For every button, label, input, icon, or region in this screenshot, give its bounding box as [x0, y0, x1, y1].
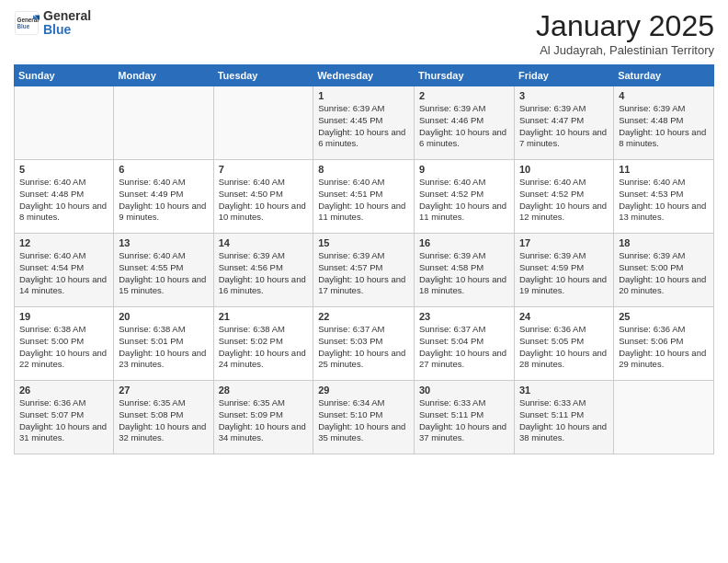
- day-number: 25: [619, 311, 709, 322]
- day-info: Sunrise: 6:39 AM Sunset: 4:45 PM Dayligh…: [318, 103, 409, 150]
- calendar-cell: 10Sunrise: 6:40 AM Sunset: 4:52 PM Dayli…: [514, 160, 613, 234]
- day-info: Sunrise: 6:40 AM Sunset: 4:52 PM Dayligh…: [519, 177, 609, 224]
- calendar-cell: 13Sunrise: 6:40 AM Sunset: 4:55 PM Dayli…: [114, 234, 213, 307]
- day-info: Sunrise: 6:33 AM Sunset: 5:11 PM Dayligh…: [419, 397, 509, 444]
- calendar-header-row: SundayMondayTuesdayWednesdayThursdayFrid…: [15, 65, 714, 86]
- calendar-cell: 17Sunrise: 6:39 AM Sunset: 4:59 PM Dayli…: [514, 234, 613, 307]
- calendar-cell: 14Sunrise: 6:39 AM Sunset: 4:56 PM Dayli…: [213, 234, 313, 307]
- day-info: Sunrise: 6:39 AM Sunset: 4:48 PM Dayligh…: [619, 103, 709, 150]
- day-info: Sunrise: 6:40 AM Sunset: 4:52 PM Dayligh…: [419, 177, 509, 224]
- day-number: 2: [419, 90, 509, 101]
- days-of-week-row: SundayMondayTuesdayWednesdayThursdayFrid…: [15, 65, 714, 86]
- calendar-subtitle: Al Judayrah, Palestinian Territory: [536, 43, 714, 57]
- day-number: 16: [419, 237, 509, 248]
- day-number: 5: [19, 164, 108, 175]
- logo: General Blue General Blue: [14, 9, 91, 38]
- day-info: Sunrise: 6:40 AM Sunset: 4:49 PM Dayligh…: [119, 177, 208, 224]
- day-number: 11: [619, 164, 709, 175]
- calendar-cell: 7Sunrise: 6:40 AM Sunset: 4:50 PM Daylig…: [213, 160, 313, 234]
- day-number: 13: [119, 237, 208, 248]
- day-number: 24: [519, 311, 609, 322]
- day-number: 30: [419, 385, 509, 396]
- day-info: Sunrise: 6:40 AM Sunset: 4:50 PM Dayligh…: [219, 177, 309, 224]
- calendar-cell: 24Sunrise: 6:36 AM Sunset: 5:05 PM Dayli…: [514, 307, 613, 381]
- day-info: Sunrise: 6:37 AM Sunset: 5:04 PM Dayligh…: [419, 324, 509, 371]
- day-number: 19: [19, 311, 108, 322]
- day-number: 3: [519, 90, 609, 101]
- calendar-cell: 3Sunrise: 6:39 AM Sunset: 4:47 PM Daylig…: [514, 86, 613, 160]
- calendar-cell: 30Sunrise: 6:33 AM Sunset: 5:11 PM Dayli…: [415, 381, 515, 454]
- day-info: Sunrise: 6:35 AM Sunset: 5:08 PM Dayligh…: [119, 397, 208, 444]
- day-info: Sunrise: 6:34 AM Sunset: 5:10 PM Dayligh…: [318, 397, 409, 444]
- calendar-cell: [114, 86, 213, 160]
- week-row-4: 26Sunrise: 6:36 AM Sunset: 5:07 PM Dayli…: [15, 381, 714, 454]
- day-number: 8: [318, 164, 409, 175]
- day-number: 22: [318, 311, 409, 322]
- calendar-cell: 2Sunrise: 6:39 AM Sunset: 4:46 PM Daylig…: [415, 86, 515, 160]
- day-info: Sunrise: 6:39 AM Sunset: 4:46 PM Dayligh…: [419, 103, 509, 150]
- calendar-cell: 18Sunrise: 6:39 AM Sunset: 5:00 PM Dayli…: [614, 234, 714, 307]
- calendar-cell: 4Sunrise: 6:39 AM Sunset: 4:48 PM Daylig…: [614, 86, 714, 160]
- calendar-cell: 23Sunrise: 6:37 AM Sunset: 5:04 PM Dayli…: [415, 307, 515, 381]
- logo-blue-text: Blue: [43, 23, 91, 37]
- calendar-cell: [213, 86, 313, 160]
- day-number: 23: [419, 311, 509, 322]
- calendar-table: SundayMondayTuesdayWednesdayThursdayFrid…: [14, 64, 714, 454]
- calendar-cell: 11Sunrise: 6:40 AM Sunset: 4:53 PM Dayli…: [614, 160, 714, 234]
- day-info: Sunrise: 6:35 AM Sunset: 5:09 PM Dayligh…: [219, 397, 309, 444]
- day-info: Sunrise: 6:36 AM Sunset: 5:05 PM Dayligh…: [519, 324, 609, 371]
- day-number: 29: [318, 385, 409, 396]
- day-number: 21: [219, 311, 309, 322]
- day-info: Sunrise: 6:33 AM Sunset: 5:11 PM Dayligh…: [519, 397, 609, 444]
- day-info: Sunrise: 6:40 AM Sunset: 4:48 PM Dayligh…: [19, 177, 108, 224]
- day-info: Sunrise: 6:39 AM Sunset: 4:57 PM Dayligh…: [318, 250, 409, 297]
- week-row-0: 1Sunrise: 6:39 AM Sunset: 4:45 PM Daylig…: [15, 86, 714, 160]
- day-number: 10: [519, 164, 609, 175]
- day-info: Sunrise: 6:37 AM Sunset: 5:03 PM Dayligh…: [318, 324, 409, 371]
- day-number: 26: [19, 385, 108, 396]
- day-info: Sunrise: 6:38 AM Sunset: 5:00 PM Dayligh…: [19, 324, 108, 371]
- day-info: Sunrise: 6:40 AM Sunset: 4:55 PM Dayligh…: [119, 250, 208, 297]
- day-header-tuesday: Tuesday: [213, 65, 313, 86]
- day-header-wednesday: Wednesday: [313, 65, 415, 86]
- day-number: 9: [419, 164, 509, 175]
- calendar-cell: 8Sunrise: 6:40 AM Sunset: 4:51 PM Daylig…: [313, 160, 415, 234]
- calendar-cell: 22Sunrise: 6:37 AM Sunset: 5:03 PM Dayli…: [313, 307, 415, 381]
- day-info: Sunrise: 6:39 AM Sunset: 4:58 PM Dayligh…: [419, 250, 509, 297]
- day-header-saturday: Saturday: [614, 65, 714, 86]
- day-number: 17: [519, 237, 609, 248]
- day-number: 31: [519, 385, 609, 396]
- calendar-cell: 9Sunrise: 6:40 AM Sunset: 4:52 PM Daylig…: [415, 160, 515, 234]
- calendar-body: 1Sunrise: 6:39 AM Sunset: 4:45 PM Daylig…: [15, 86, 714, 454]
- week-row-3: 19Sunrise: 6:38 AM Sunset: 5:00 PM Dayli…: [15, 307, 714, 381]
- day-number: 6: [119, 164, 208, 175]
- day-info: Sunrise: 6:39 AM Sunset: 4:56 PM Dayligh…: [219, 250, 309, 297]
- day-number: 7: [219, 164, 309, 175]
- week-row-1: 5Sunrise: 6:40 AM Sunset: 4:48 PM Daylig…: [15, 160, 714, 234]
- day-info: Sunrise: 6:36 AM Sunset: 5:06 PM Dayligh…: [619, 324, 709, 371]
- day-info: Sunrise: 6:40 AM Sunset: 4:51 PM Dayligh…: [318, 177, 409, 224]
- day-header-monday: Monday: [114, 65, 213, 86]
- calendar-cell: 19Sunrise: 6:38 AM Sunset: 5:00 PM Dayli…: [15, 307, 114, 381]
- title-block: January 2025 Al Judayrah, Palestinian Te…: [536, 9, 714, 57]
- calendar-cell: 26Sunrise: 6:36 AM Sunset: 5:07 PM Dayli…: [15, 381, 114, 454]
- calendar-cell: 20Sunrise: 6:38 AM Sunset: 5:01 PM Dayli…: [114, 307, 213, 381]
- day-number: 12: [19, 237, 108, 248]
- calendar-cell: 31Sunrise: 6:33 AM Sunset: 5:11 PM Dayli…: [514, 381, 613, 454]
- day-info: Sunrise: 6:38 AM Sunset: 5:01 PM Dayligh…: [119, 324, 208, 371]
- calendar-cell: [614, 381, 714, 454]
- day-number: 27: [119, 385, 208, 396]
- day-info: Sunrise: 6:40 AM Sunset: 4:54 PM Dayligh…: [19, 250, 108, 297]
- logo-icon: General Blue: [14, 10, 40, 36]
- day-info: Sunrise: 6:36 AM Sunset: 5:07 PM Dayligh…: [19, 397, 108, 444]
- day-info: Sunrise: 6:38 AM Sunset: 5:02 PM Dayligh…: [219, 324, 309, 371]
- day-number: 18: [619, 237, 709, 248]
- day-info: Sunrise: 6:40 AM Sunset: 4:53 PM Dayligh…: [619, 177, 709, 224]
- day-number: 28: [219, 385, 309, 396]
- calendar-cell: 12Sunrise: 6:40 AM Sunset: 4:54 PM Dayli…: [15, 234, 114, 307]
- calendar-header: General Blue General Blue January 2025 A…: [14, 9, 714, 57]
- svg-text:Blue: Blue: [17, 24, 30, 30]
- day-info: Sunrise: 6:39 AM Sunset: 4:59 PM Dayligh…: [519, 250, 609, 297]
- calendar-cell: 29Sunrise: 6:34 AM Sunset: 5:10 PM Dayli…: [313, 381, 415, 454]
- day-number: 15: [318, 237, 409, 248]
